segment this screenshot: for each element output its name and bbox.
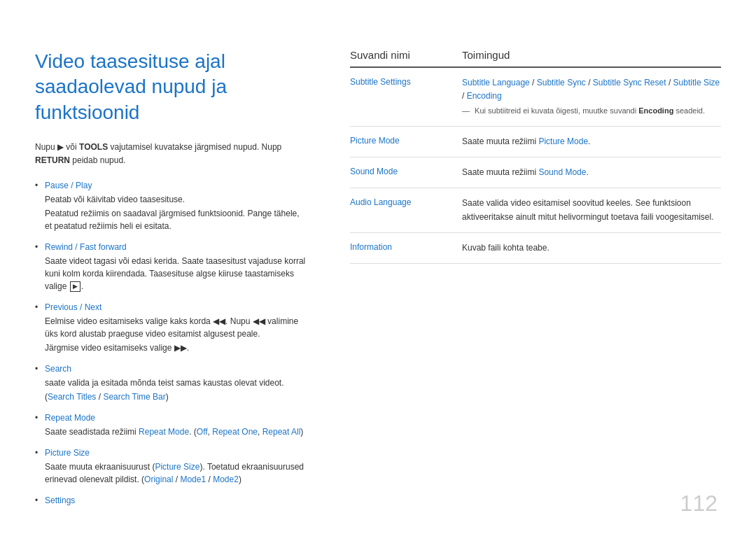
- col-name-header: Suvandi nimi: [350, 49, 462, 61]
- table-row: Subtitle Settings Subtitle Language / Su…: [350, 68, 721, 127]
- list-item: Pause / Play Peatab või käivitab video t…: [35, 179, 308, 232]
- row-desc: Saate muuta režiimi Picture Mode.: [462, 135, 721, 148]
- table-row: Sound Mode Saate muuta režiimi Sound Mod…: [350, 157, 721, 188]
- item-desc2: Järgmise video esitamiseks valige ▶▶.: [45, 342, 308, 354]
- table-row: Audio Language Saate valida video esitam…: [350, 188, 721, 232]
- table-header: Suvandi nimi Toimingud: [350, 49, 721, 68]
- row-desc: Saate valida video esitamisel soovitud k…: [462, 197, 721, 223]
- list-item: Settings: [35, 494, 308, 507]
- item-desc: saate valida ja esitada mõnda teist sama…: [45, 377, 308, 389]
- row-name: Picture Mode: [350, 135, 462, 146]
- right-column: Suvandi nimi Toimingud Subtitle Settings…: [336, 49, 721, 515]
- page-number: 112: [680, 491, 718, 517]
- item-desc: Saate muuta ekraanisuurust (Picture Size…: [45, 461, 308, 486]
- row-desc: Subtitle Language / Subtitle Sync / Subt…: [462, 76, 721, 118]
- row-name: Information: [350, 241, 462, 252]
- list-item: Picture Size Saate muuta ekraanisuurust …: [35, 447, 308, 486]
- item-desc: Saate videot tagasi või edasi kerida. Sa…: [45, 255, 308, 293]
- list-item: Rewind / Fast forward Saate videot tagas…: [35, 241, 308, 293]
- item-title: Pause / Play: [45, 181, 92, 190]
- left-column: Video taasesituse ajal saadaolevad nupud…: [35, 49, 308, 515]
- list-item: Search saate valida ja esitada mõnda tei…: [35, 363, 308, 403]
- item-title: Settings: [45, 496, 75, 505]
- row-desc: Saate muuta režiimi Sound Mode.: [462, 166, 721, 179]
- row-name: Audio Language: [350, 197, 462, 207]
- item-desc: Peatab või käivitab video taasesituse.: [45, 193, 308, 206]
- item-title: Rewind / Fast forward: [45, 242, 127, 252]
- bullet-list: Pause / Play Peatab või käivitab video t…: [35, 179, 308, 507]
- item-desc: Saate seadistada režiimi Repeat Mode. (O…: [45, 426, 308, 438]
- item-title: Previous / Next: [45, 302, 102, 312]
- item-title: Repeat Mode: [45, 413, 95, 423]
- row-name: Subtitle Settings: [350, 76, 462, 87]
- item-title: Picture Size: [45, 448, 90, 458]
- col-action-header: Toimingud: [462, 49, 721, 61]
- item-desc: Eelmise video esitamiseks valige kaks ko…: [45, 315, 308, 340]
- item-links: (Search Titles / Search Time Bar): [45, 391, 308, 403]
- table-row: Picture Mode Saate muuta režiimi Picture…: [350, 127, 721, 157]
- row-desc: Kuvab faili kohta teabe.: [462, 241, 721, 255]
- list-item: Repeat Mode Saate seadistada režiimi Rep…: [35, 412, 308, 438]
- item-title: Search: [45, 364, 71, 374]
- row-name: Sound Mode: [350, 166, 462, 176]
- page-title: Video taasesituse ajal saadaolevad nupud…: [35, 49, 308, 125]
- list-item: Previous / Next Eelmise video esitamisek…: [35, 301, 308, 354]
- item-desc2: Peatatud režiimis on saadaval järgmised …: [45, 207, 308, 232]
- table-row: Information Kuvab faili kohta teabe.: [350, 233, 721, 264]
- intro-text: Nupu ▶ või TOOLS vajutamisel kuvatakse j…: [35, 141, 308, 167]
